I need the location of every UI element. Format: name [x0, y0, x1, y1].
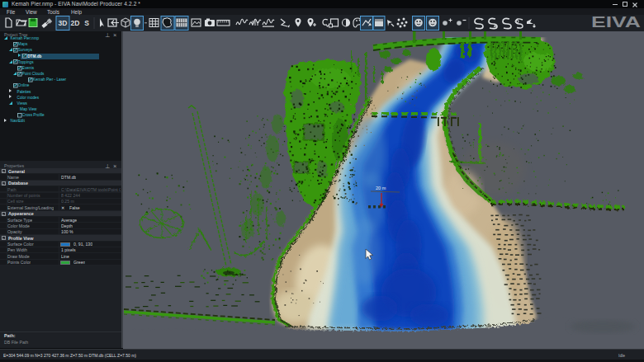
svg-text:3D: 3D	[59, 19, 68, 27]
svg-text:EIVA: EIVA	[591, 15, 642, 31]
svg-text:2D: 2D	[71, 19, 80, 27]
svg-text:S: S	[84, 19, 89, 27]
svg-text:20 m: 20 m	[376, 186, 386, 190]
